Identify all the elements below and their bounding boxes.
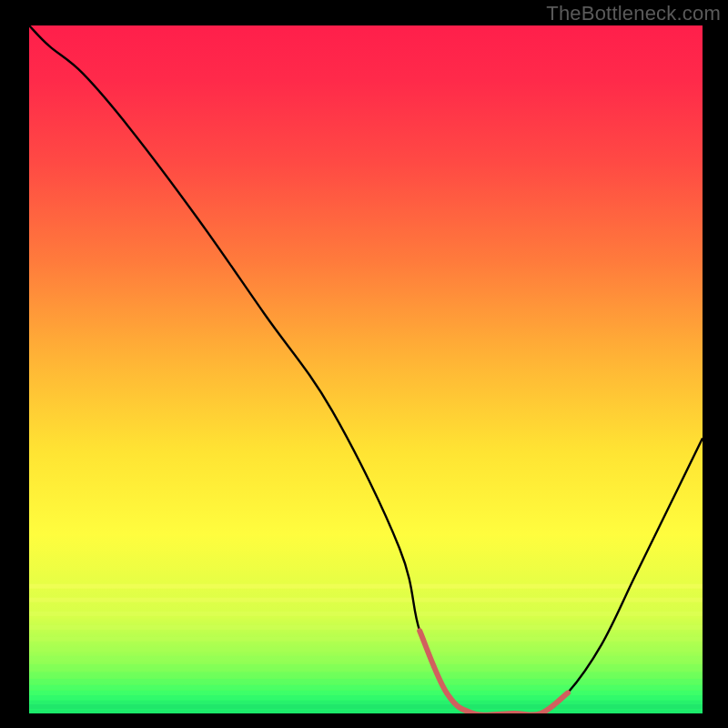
bottleneck-plot-svg	[29, 25, 703, 713]
chart-frame: TheBottleneck.com	[0, 0, 728, 728]
watermark-text: TheBottleneck.com	[546, 2, 721, 25]
plot-area	[29, 25, 703, 713]
